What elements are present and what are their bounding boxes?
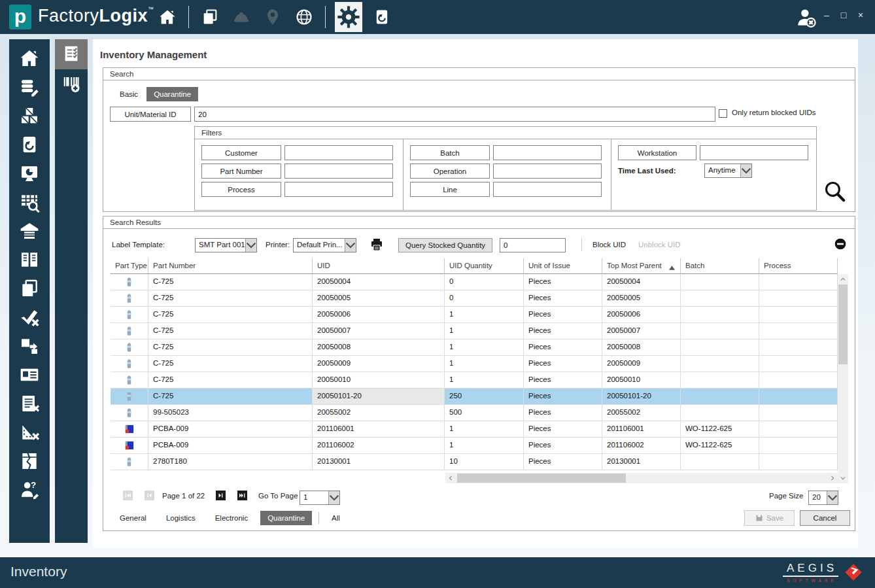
table-row[interactable]: C-725200500050Pieces20050005: [111, 290, 838, 307]
table-row[interactable]: C-725200500071Pieces20050007: [111, 323, 838, 339]
sidebar-item-verify[interactable]: [9, 303, 50, 332]
subbar-item-barcode-add[interactable]: [55, 69, 88, 99]
sidebar-item-book[interactable]: [9, 246, 50, 275]
category-tab-logistics[interactable]: Logistics: [159, 511, 203, 525]
sidebar-item-damaged-box[interactable]: [9, 447, 50, 476]
process-input[interactable]: [284, 182, 393, 197]
customer-button[interactable]: Customer: [201, 145, 281, 160]
last-page-button[interactable]: [237, 491, 247, 500]
table-row[interactable]: C-725200500081Pieces20050008: [111, 339, 838, 356]
workstation-button[interactable]: Workstation: [618, 145, 696, 160]
operation-input[interactable]: [493, 164, 602, 179]
gear-icon[interactable]: [335, 2, 362, 32]
column-header-uid-quantity[interactable]: UID Quantity: [445, 258, 524, 274]
sidebar-item-operator-question[interactable]: ?: [9, 476, 50, 505]
table-row[interactable]: PCBA-0092011060011Pieces201106001WO-1122…: [111, 421, 838, 438]
sidebar-item-documents[interactable]: [9, 275, 50, 303]
hardhat-icon[interactable]: [232, 7, 251, 27]
vertical-scrollbar[interactable]: [838, 274, 848, 483]
goto-page-select[interactable]: 1: [300, 491, 340, 505]
sidebar-item-transfer[interactable]: [9, 332, 50, 361]
customer-input[interactable]: [284, 145, 393, 160]
sidebar-item-id-card[interactable]: [9, 361, 50, 390]
user-logout-icon[interactable]: [795, 7, 817, 28]
label-template-select[interactable]: SMT Part 001: [195, 238, 257, 252]
batch-input[interactable]: [493, 145, 602, 160]
sidebar-item-table-search[interactable]: [9, 188, 50, 217]
table-row[interactable]: 99-50502320055002500Pieces20055002: [111, 405, 838, 421]
table-row[interactable]: C-725200500101Pieces20050010: [111, 372, 838, 389]
documents-icon[interactable]: [200, 7, 220, 27]
print-icon[interactable]: [369, 237, 385, 252]
column-header-uid[interactable]: UID: [313, 258, 445, 274]
table-row[interactable]: C-725200500040Pieces20050004: [111, 274, 838, 290]
block-uid-button[interactable]: Block UID: [592, 241, 626, 249]
filters-column-2: BatchOperationLine: [403, 139, 611, 210]
table-row[interactable]: 2780T1802013000110Pieces20130001: [111, 454, 838, 470]
sidebar-item-dashboard[interactable]: [9, 160, 50, 188]
horizontal-scroll-thumb[interactable]: [457, 474, 626, 483]
sidebar-item-restore[interactable]: [9, 131, 50, 160]
table-row[interactable]: PCBA-0092011060021Pieces201106002WO-1122…: [111, 438, 838, 454]
printer-select[interactable]: Default Prin...: [293, 238, 356, 252]
line-input[interactable]: [493, 182, 602, 197]
maximize-button[interactable]: □: [838, 10, 849, 20]
process-button[interactable]: Process: [201, 182, 281, 197]
category-tab-electronic[interactable]: Electronic: [208, 511, 256, 525]
scroll-up-icon[interactable]: [838, 274, 848, 285]
batch-button[interactable]: Batch: [410, 145, 490, 160]
workstation-input[interactable]: [700, 145, 808, 160]
vertical-scroll-thumb[interactable]: [838, 285, 848, 364]
location-pin-icon[interactable]: [263, 7, 283, 27]
unit-material-id-button[interactable]: Unit/Material ID: [110, 107, 191, 122]
scroll-down-icon[interactable]: [838, 473, 848, 483]
category-tab-quarantine[interactable]: Quarantine: [260, 511, 312, 525]
sidebar-item-checklist-remove[interactable]: [9, 390, 50, 419]
search-tab-basic[interactable]: Basic: [112, 87, 145, 101]
restore-icon[interactable]: [372, 7, 392, 27]
scroll-right-icon[interactable]: [827, 473, 838, 483]
search-icon[interactable]: [824, 181, 846, 203]
block-icon[interactable]: [834, 237, 847, 251]
part-number-input[interactable]: [284, 164, 393, 179]
column-header-part-number[interactable]: Part Number: [148, 258, 313, 274]
category-tab-general[interactable]: General: [112, 511, 154, 525]
only-blocked-checkbox[interactable]: [719, 109, 727, 118]
next-page-button[interactable]: [216, 491, 226, 500]
sidebar-item-pallet[interactable]: [9, 102, 50, 131]
sidebar-item-inventory-edit[interactable]: [9, 73, 50, 102]
cancel-button[interactable]: Cancel: [800, 510, 850, 526]
table-row[interactable]: C-72520050101-20250Pieces20050101-20: [111, 389, 838, 405]
column-header-part-type[interactable]: Part Type: [111, 258, 148, 274]
sidebar-item-home[interactable]: [9, 44, 50, 73]
table-row[interactable]: C-725200500091Pieces20050009: [111, 356, 838, 372]
search-tab-quarantine[interactable]: Quarantine: [146, 87, 198, 101]
subbar-item-inventory-checklist[interactable]: [55, 39, 88, 69]
cell-parent: 20130001: [602, 454, 681, 470]
unit-material-id-input[interactable]: [194, 107, 715, 122]
app-logo: p: [9, 5, 31, 29]
time-last-used-select[interactable]: Anytime: [704, 164, 752, 178]
cell-batch: [681, 356, 759, 372]
table-row[interactable]: C-725200500061Pieces20050006: [111, 307, 838, 323]
column-header-batch[interactable]: Batch: [681, 258, 759, 274]
operation-button[interactable]: Operation: [410, 164, 490, 179]
line-button[interactable]: Line: [410, 182, 490, 197]
scroll-left-icon[interactable]: [445, 473, 456, 483]
column-header-unit-of-issue[interactable]: Unit of Issue: [524, 258, 602, 274]
category-tab-all[interactable]: All: [324, 511, 347, 525]
brand-logix: Logix: [99, 6, 148, 26]
sidebar-item-measure-remove[interactable]: [9, 419, 50, 447]
home-icon[interactable]: [158, 7, 177, 27]
part-number-button[interactable]: Part Number: [201, 164, 281, 179]
page-size-select[interactable]: 20: [808, 491, 838, 505]
close-button[interactable]: ×: [855, 10, 866, 20]
sidebar-item-warehouse[interactable]: [9, 217, 50, 246]
query-stocked-quantity-button[interactable]: Query Stocked Quantity: [398, 238, 492, 252]
horizontal-scrollbar[interactable]: [445, 473, 838, 483]
column-header-top-most-parent[interactable]: Top Most Parent: [602, 258, 681, 274]
column-header-process[interactable]: Process: [759, 258, 838, 274]
globe-icon[interactable]: [294, 7, 314, 27]
minimize-button[interactable]: –: [821, 10, 832, 20]
stocked-quantity-input[interactable]: [500, 238, 566, 252]
